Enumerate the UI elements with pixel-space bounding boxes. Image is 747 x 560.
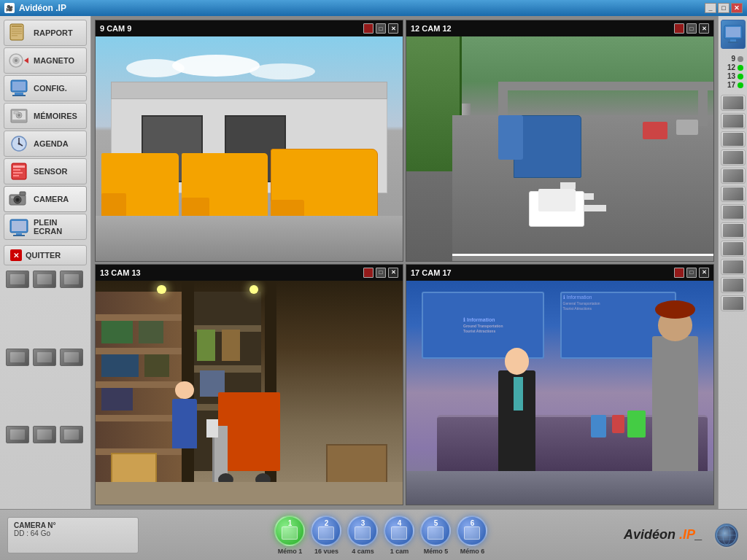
cam-record-17[interactable] bbox=[674, 268, 684, 278]
camera-cell-12[interactable]: 12 CAM 12 □ ✕ bbox=[406, 20, 714, 262]
preset-btn-3[interactable]: 3 4 cams bbox=[347, 516, 378, 555]
svg-point-17 bbox=[18, 114, 20, 117]
right-cam-btn-5[interactable] bbox=[721, 168, 746, 184]
cam-ind-13: 13 bbox=[721, 72, 745, 80]
cam-record-13[interactable] bbox=[363, 268, 374, 278]
right-cam-btn-1[interactable] bbox=[721, 95, 746, 111]
cam-min-13[interactable]: □ bbox=[376, 268, 386, 278]
svg-rect-1 bbox=[12, 26, 22, 27]
camera-label: CAMERA bbox=[34, 195, 69, 203]
right-cam-btn-7[interactable] bbox=[721, 204, 746, 220]
right-cam-btn-6[interactable] bbox=[721, 186, 746, 202]
right-cam-btn-4[interactable] bbox=[721, 149, 746, 166]
right-cam-btn-12[interactable] bbox=[721, 295, 746, 311]
sidebar-thumb-6[interactable] bbox=[60, 349, 83, 366]
cam-indicators: 9 12 13 17 bbox=[721, 55, 745, 89]
cam-close-13[interactable]: ✕ bbox=[388, 268, 398, 278]
camera-title-9: 9 CAM 9 bbox=[100, 24, 131, 33]
sidebar-item-plein-ecran[interactable]: PLEIN ECRAN bbox=[4, 214, 87, 240]
cam-record-12[interactable] bbox=[674, 23, 684, 34]
cam-ind-dot-12 bbox=[738, 65, 743, 71]
sidebar-item-magneto[interactable]: MAGNETO bbox=[4, 47, 87, 74]
sidebar-thumb-8[interactable] bbox=[33, 426, 56, 443]
cam-min-12[interactable]: □ bbox=[686, 23, 697, 34]
sidebar-item-config[interactable]: CONFIG. bbox=[4, 75, 87, 101]
minimize-button[interactable]: _ bbox=[705, 3, 716, 13]
svg-point-31 bbox=[17, 199, 19, 201]
sidebar-thumb-1[interactable] bbox=[6, 271, 29, 288]
camera-cell-17[interactable]: 17 CAM 17 □ ✕ ℹ InformationGround Transp… bbox=[406, 264, 714, 506]
camera-header-12: 12 CAM 12 □ ✕ bbox=[406, 20, 713, 36]
quit-label: QUITTER bbox=[26, 251, 61, 260]
sidebar-item-camera[interactable]: CAMERA bbox=[4, 186, 87, 212]
camera-cell-9[interactable]: 9 CAM 9 □ ✕ bbox=[95, 20, 403, 262]
cam-ind-num-13: 13 bbox=[727, 72, 735, 80]
svg-rect-25 bbox=[13, 169, 20, 171]
right-cam-btn-9[interactable] bbox=[721, 241, 746, 257]
sensor-icon bbox=[8, 161, 30, 182]
preset-orb-3: 3 bbox=[347, 516, 378, 546]
cam-min-17[interactable]: □ bbox=[686, 268, 697, 278]
cam-close-17[interactable]: ✕ bbox=[699, 268, 709, 278]
app-title: Avidéon .IP bbox=[19, 3, 66, 13]
sidebar-thumb-3[interactable] bbox=[60, 271, 83, 288]
magneto-label: MAGNETO bbox=[34, 56, 74, 65]
plein-ecran-label: PLEIN ECRAN bbox=[34, 218, 82, 236]
camera-title-17: 17 CAM 17 bbox=[411, 268, 452, 277]
maximize-button[interactable]: □ bbox=[718, 3, 729, 13]
preset-label-3: 4 cams bbox=[352, 548, 374, 555]
right-cam-btn-10[interactable] bbox=[721, 259, 746, 275]
sidebar-item-memoires[interactable]: MÉMOIRES bbox=[4, 103, 87, 129]
titlebar: 🎥 Avidéon .IP _ □ ✕ bbox=[0, 0, 747, 16]
cam-record-9[interactable] bbox=[363, 23, 374, 34]
memoires-label: MÉMOIRES bbox=[34, 112, 77, 120]
camera-grid: 9 CAM 9 □ ✕ bbox=[91, 16, 718, 509]
svg-rect-36 bbox=[16, 233, 22, 235]
cam-close-9[interactable]: ✕ bbox=[388, 23, 398, 34]
preset-orb-2: 2 bbox=[311, 516, 341, 546]
agenda-icon bbox=[8, 133, 30, 154]
preset-btn-5[interactable]: 5 Mémo 5 bbox=[420, 516, 451, 555]
sidebar: RAPPORT MAGNETO bbox=[0, 16, 91, 509]
preset-btn-1[interactable]: 1 Mémo 1 bbox=[274, 516, 305, 555]
sidebar-thumb-2[interactable] bbox=[33, 271, 56, 288]
sidebar-thumb-9[interactable] bbox=[60, 426, 83, 443]
config-icon bbox=[8, 78, 30, 98]
preset-orb-5: 5 bbox=[420, 516, 451, 546]
right-cam-btn-11[interactable] bbox=[721, 277, 746, 293]
svg-rect-12 bbox=[15, 93, 23, 95]
camera-icon bbox=[8, 189, 30, 209]
brand-underscore: _ bbox=[695, 527, 703, 542]
cam-ind-num-12: 12 bbox=[727, 63, 735, 71]
globe-svg bbox=[716, 524, 738, 546]
magneto-icon bbox=[8, 50, 30, 71]
preset-btn-2[interactable]: 2 16 vues bbox=[311, 516, 341, 555]
camera-cell-13[interactable]: 13 CAM 13 □ ✕ bbox=[95, 264, 403, 506]
sidebar-item-agenda[interactable]: AGENDA bbox=[4, 131, 87, 157]
sidebar-item-sensor[interactable]: SENSOR bbox=[4, 158, 87, 184]
brand-globe-icon bbox=[713, 522, 740, 548]
cam-min-9[interactable]: □ bbox=[376, 23, 386, 34]
quit-button[interactable]: ✕ QUITTER bbox=[4, 245, 87, 265]
preset-btn-6[interactable]: 6 Mémo 6 bbox=[457, 516, 487, 555]
close-button[interactable]: ✕ bbox=[731, 3, 743, 13]
brand-area: Avidéon .IP_ bbox=[624, 522, 740, 548]
sidebar-item-rapport[interactable]: RAPPORT bbox=[4, 20, 87, 46]
preset-btn-4[interactable]: 4 1 cam bbox=[384, 516, 414, 555]
sensor-label: SENSOR bbox=[34, 167, 67, 176]
right-monitor-icon[interactable] bbox=[721, 20, 746, 49]
sidebar-thumb-5[interactable] bbox=[33, 349, 56, 366]
right-cam-btn-3[interactable] bbox=[721, 131, 746, 147]
right-cam-btn-2[interactable] bbox=[721, 113, 746, 129]
sidebar-thumb-7[interactable] bbox=[6, 426, 29, 443]
sidebar-thumb-4[interactable] bbox=[6, 349, 29, 366]
right-cam-buttons bbox=[721, 95, 746, 311]
right-cam-btn-8[interactable] bbox=[721, 222, 746, 238]
content-area: RAPPORT MAGNETO bbox=[0, 16, 747, 509]
info-value: DD : 64 Go bbox=[14, 529, 132, 537]
cam-ind-9: 9 bbox=[721, 55, 745, 63]
svg-rect-41 bbox=[728, 42, 738, 43]
cam-close-12[interactable]: ✕ bbox=[699, 23, 709, 34]
memoires-icon bbox=[8, 106, 30, 126]
bottom-info-box: CAMERA N° DD : 64 Go bbox=[7, 517, 139, 553]
